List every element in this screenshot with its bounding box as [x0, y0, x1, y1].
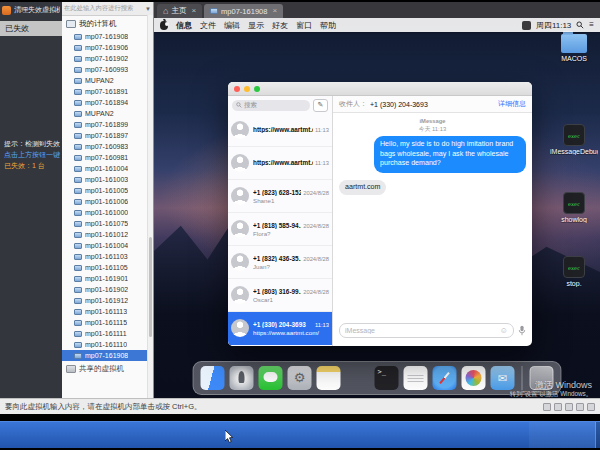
menubar-item[interactable]: 帮助 [320, 20, 336, 31]
library-scrollbar[interactable] [147, 15, 153, 398]
tree-root-item[interactable]: 我的计算机 [62, 16, 153, 31]
dock-icon-notes[interactable] [317, 366, 341, 390]
details-link[interactable]: 详细信息 [498, 99, 526, 109]
vm-list-item[interactable]: MUPAN2 [62, 75, 153, 86]
vm-list-item[interactable]: mp07-161902 [62, 53, 153, 64]
sound-icon[interactable] [587, 403, 595, 411]
dock-icon-finder[interactable] [201, 366, 225, 390]
dock-icon-messages[interactable] [259, 366, 283, 390]
show-desktop-button[interactable] [595, 422, 600, 448]
menubar-item[interactable]: 好友 [272, 20, 288, 31]
messages-titlebar[interactable] [228, 82, 532, 96]
conversation-list-item[interactable]: +1 (823) 628-15222024/8/28Shane1 [228, 180, 332, 213]
vm-list-item[interactable]: MUPAN2 [62, 108, 153, 119]
tab-vm[interactable]: mp07-161908× [204, 4, 283, 18]
vm-list-item[interactable]: mp07-160983 [62, 141, 153, 152]
vm-list-item[interactable]: mp07-160993 [62, 64, 153, 75]
vm-list-item[interactable]: mp01-161105 [62, 262, 153, 273]
vm-list-item[interactable]: mp01-161912 [62, 295, 153, 306]
message-input[interactable]: iMessage ☺ [339, 323, 514, 338]
dock-icon-terminal[interactable]: >_ [375, 366, 399, 390]
microphone-icon[interactable] [518, 325, 526, 336]
desktop-icon-stop[interactable]: execstop. [550, 256, 598, 287]
dock-icon-activity-monitor[interactable] [346, 366, 370, 390]
vm-list-item[interactable]: mp01-161004 [62, 163, 153, 174]
library-search-input[interactable]: 在此处输入内容进行搜索 ▼ [62, 2, 153, 16]
usb-icon[interactable] [576, 403, 584, 411]
invalid-filter-tab[interactable]: 已失效 [0, 21, 62, 36]
vm-guest-screen[interactable]: 信息文件编辑显示好友窗口帮助 周四11:13 ≡ MACOSexeciMessa… [154, 18, 600, 398]
vm-list-item[interactable]: mp07-161908 [62, 350, 153, 361]
conversation-list-item[interactable]: https://www.aartmt.com/11:13 [228, 147, 332, 180]
notification-center-icon[interactable]: ≡ [589, 21, 594, 29]
vm-list-item[interactable]: mp01-161115 [62, 317, 153, 328]
vm-list-item[interactable]: mp01-161075 [62, 218, 153, 229]
vm-list-item[interactable]: mp01-161006 [62, 196, 153, 207]
compose-button[interactable]: ✎ [313, 99, 328, 112]
windows-taskbar[interactable] [0, 421, 600, 448]
desktop-icon-showlog[interactable]: execshowlog [550, 192, 598, 223]
dock-icon-safari[interactable] [433, 366, 457, 390]
recipient-field[interactable]: 收件人： +1 (330) 204-3693 详细信息 [333, 96, 532, 113]
menubar-item[interactable]: 文件 [200, 20, 216, 31]
vm-list-item[interactable]: mp07-161899 [62, 119, 153, 130]
tab-close-button[interactable]: × [272, 7, 277, 15]
avatar [231, 286, 249, 304]
vm-list-item[interactable]: mp01-161110 [62, 339, 153, 350]
conversation-search-input[interactable]: 搜索 [232, 100, 310, 111]
vm-list-item[interactable]: mp07-161891 [62, 86, 153, 97]
vm-list-item[interactable]: mp01-161901 [62, 273, 153, 284]
input-source-icon[interactable] [522, 21, 531, 30]
conversation-list-item[interactable]: https://www.aartmt.com/11:13 [228, 114, 332, 147]
vm-list-item[interactable]: mp01-161012 [62, 229, 153, 240]
hdd-icon[interactable] [543, 403, 551, 411]
vm-list-item[interactable]: mp01-161103 [62, 251, 153, 262]
shared-vms-item[interactable]: 共享的虚拟机 [62, 364, 153, 374]
emoji-icon[interactable]: ☺ [500, 327, 508, 335]
vm-list-item[interactable]: mp07-160981 [62, 152, 153, 163]
vm-list-item[interactable]: mp07-161908 [62, 31, 153, 42]
menubar-item[interactable]: 显示 [248, 20, 264, 31]
vm-list-item[interactable]: mp01-161003 [62, 174, 153, 185]
home-icon: ⌂ [163, 7, 168, 16]
vm-list-item[interactable]: mp01-161005 [62, 185, 153, 196]
menubar-item[interactable]: 编辑 [224, 20, 240, 31]
conversation-list-item[interactable]: +1 (818) 585-94...2024/8/28Flora? [228, 213, 332, 246]
chevron-down-icon[interactable]: ▼ [145, 6, 151, 12]
vm-list-item[interactable]: mp07-161906 [62, 42, 153, 53]
clean-invalid-vms-button[interactable]: 清理失效虚拟机 [0, 2, 62, 18]
apple-menu-icon[interactable] [160, 21, 168, 30]
vm-list-item[interactable]: mp07-161894 [62, 97, 153, 108]
tab-home[interactable]: ⌂主页× [157, 4, 202, 18]
dock-icon-system-preferences[interactable]: ⚙ [288, 366, 312, 390]
vm-list-item[interactable]: mp01-161000 [62, 207, 153, 218]
dock-icon-photos[interactable] [462, 366, 486, 390]
vm-list-item[interactable]: mp01-161902 [62, 284, 153, 295]
library-search-placeholder: 在此处输入内容进行搜索 [64, 4, 144, 13]
menubar-item[interactable]: 信息 [176, 20, 192, 31]
conversation-top-row: +1 (818) 585-94...2024/8/28 [253, 222, 329, 229]
desktop-icon-macos[interactable]: MACOS [550, 34, 598, 62]
conversation-list-item[interactable]: +1 (803) 316-99...2024/8/28Oscar1 [228, 279, 332, 312]
menubar-item[interactable]: 窗口 [296, 20, 312, 31]
conversation-list-item[interactable]: +1 (832) 436-35...2024/8/28Juan? [228, 246, 332, 279]
conversation-list-item[interactable]: +1 (330) 204-369311:13https://www.aartmt… [228, 312, 332, 345]
spotlight-icon[interactable] [576, 21, 584, 29]
scrollbar-thumb[interactable] [149, 237, 152, 337]
system-tray[interactable] [529, 422, 595, 448]
vm-list-item[interactable]: mp01-161113 [62, 306, 153, 317]
vm-name: mp07-161897 [85, 132, 128, 139]
dock-icon-textedit[interactable] [404, 366, 428, 390]
vm-list-item[interactable]: mp01-161111 [62, 328, 153, 339]
cd-icon[interactable] [554, 403, 562, 411]
vm-list-item[interactable]: mp07-161897 [62, 130, 153, 141]
network-icon[interactable] [565, 403, 573, 411]
vm-list-item[interactable]: mp01-161004 [62, 240, 153, 251]
tab-close-button[interactable]: × [191, 7, 196, 15]
close-button[interactable] [234, 86, 240, 92]
minimize-button[interactable] [244, 86, 250, 92]
zoom-button[interactable] [254, 86, 260, 92]
dock-icon-launchpad[interactable] [230, 366, 254, 390]
desktop-icon-imessagedebug[interactable]: execiMessageDebug [550, 124, 598, 155]
menubar-clock[interactable]: 周四11:13 [536, 20, 571, 31]
